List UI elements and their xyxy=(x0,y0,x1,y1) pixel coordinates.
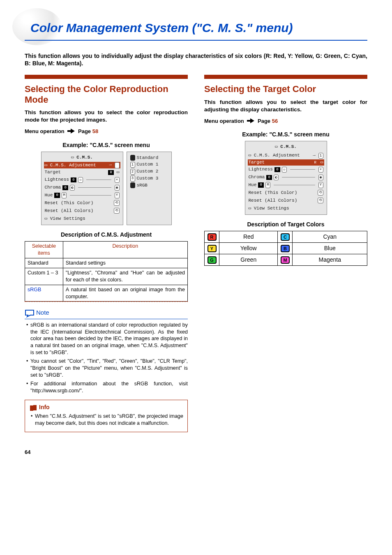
right-column: Selecting the Target Color This function… xyxy=(204,75,367,432)
osd-chroma-row: Chroma 0 ◐ ◉ xyxy=(45,184,120,191)
menu-operation-line: Menu operation Page 58 xyxy=(25,128,188,135)
left-desc: This function allows you to select the c… xyxy=(25,109,188,124)
note-item: You cannot set "Color", "Tint", "Red", "… xyxy=(26,358,188,379)
color-chip-y: Y xyxy=(208,245,217,252)
adjustment-table: Selectable items Description Standard St… xyxy=(25,241,188,302)
info-item: When "C.M.S. Adjustment" is set to "sRGB… xyxy=(31,413,183,427)
svg-rect-2 xyxy=(247,120,250,122)
color-chip-b: B xyxy=(281,245,290,252)
adj-table-h1: Selectable items xyxy=(25,242,63,258)
osd-target-row: Target R ▭ xyxy=(248,159,324,166)
osd-adjustment-row: ▭ C.M.S. Adjustment → 1 xyxy=(44,162,120,168)
menu-op-page-label: Page xyxy=(258,118,270,124)
color-label-red: Red xyxy=(219,231,278,243)
osd-adjustment-row: ▭ C.M.S. Adjustment → 1 xyxy=(249,152,323,159)
osd-main-menu: ▭ C.M.S. ▭ C.M.S. Adjustment → 1 Target … xyxy=(41,152,123,226)
adj-table-r3c1: sRGB xyxy=(25,285,63,302)
title-underline xyxy=(25,40,367,41)
menu-op-page-ref[interactable]: 58 xyxy=(92,128,98,134)
note-item: sRGB is an international standard of col… xyxy=(26,322,188,356)
target-table-title: Description of Target Colors xyxy=(204,221,367,228)
osd-target-row: Target R ▭ xyxy=(45,168,120,176)
osd-reset-all-row: Reset (All Colors)⟲ xyxy=(45,207,120,215)
color-chip-r: R xyxy=(208,233,217,241)
example-label: Example: "C.M.S." screen menu xyxy=(25,141,188,149)
info-icon xyxy=(29,405,37,410)
arrow-right-icon xyxy=(67,128,75,136)
color-chip-m: M xyxy=(281,256,290,264)
svg-marker-1 xyxy=(71,129,75,134)
osd-lightness-row: Lightness 0 ☼ ☀ xyxy=(249,166,323,173)
arrow-right-icon xyxy=(247,118,254,125)
osd-reset-this-row: Reset (This Color)⟲ xyxy=(249,189,323,197)
dotted-separator xyxy=(25,301,188,302)
table-row: R Red C Cyan xyxy=(205,231,367,243)
menu-operation-line: Menu operation Page 56 xyxy=(204,117,367,125)
section-bar xyxy=(25,75,188,79)
info-list: When "C.M.S. Adjustment" is set to "sRGB… xyxy=(29,413,183,427)
osd-reset-all-row: Reset (All Colors)⟲ xyxy=(249,197,323,205)
adj-table-r3c2: A natural tint based on an original imag… xyxy=(63,285,187,302)
osd-main-menu: ▭ C.M.S. ▭ C.M.S. Adjustment → 1 Target … xyxy=(245,141,327,215)
osd-option-custom1: 1Custom 1 xyxy=(130,161,168,168)
osd-lightness-row: Lightness 0 ☼ ☀ xyxy=(45,176,120,184)
right-heading: Selecting the Target Color xyxy=(204,84,367,94)
svg-marker-3 xyxy=(250,118,254,123)
osd-option-srgb: sRGB xyxy=(130,182,168,189)
section-bar xyxy=(204,75,367,79)
note-list: sRGB is an international standard of col… xyxy=(25,322,188,394)
osd-example-row: ▭ C.M.S. ▭ C.M.S. Adjustment → 1 Target … xyxy=(204,141,367,215)
page-number: 64 xyxy=(25,449,367,456)
osd-chroma-row: Chroma 0 ◐ ◉ xyxy=(249,173,323,181)
page-title: Color Management System ("C. M. S." menu… xyxy=(25,12,367,39)
color-label-cyan: Cyan xyxy=(293,231,367,243)
menu-op-label: Menu operation xyxy=(204,118,244,124)
right-desc: This function allows you to select the t… xyxy=(204,99,367,113)
menu-op-page-ref[interactable]: 56 xyxy=(272,118,278,124)
osd-view-settings-row: ▭ View Settings xyxy=(45,215,120,223)
note-icon xyxy=(25,309,34,317)
adj-table-r1c1: Standard xyxy=(25,258,63,268)
target-color-table: R Red C Cyan Y Yellow B Blue G Green M M… xyxy=(204,231,367,266)
note-heading: Note xyxy=(25,309,188,317)
left-column: Selecting the Color Reproduction Mode Th… xyxy=(25,75,188,432)
menu-op-label: Menu operation xyxy=(25,128,65,134)
color-chip-g: G xyxy=(208,256,217,264)
adj-table-r2c2: "Lightness", "Chroma" and "Hue" can be a… xyxy=(63,268,187,285)
color-label-green: Green xyxy=(219,254,278,266)
adj-table-h2: Description xyxy=(63,242,187,258)
note-item: For additional information about the sRG… xyxy=(26,380,188,394)
adj-table-r2c1: Custom 1 – 3 xyxy=(25,268,63,285)
info-box: Info When "C.M.S. Adjustment" is set to … xyxy=(25,400,188,432)
left-heading: Selecting the Color Reproduction Mode xyxy=(25,84,188,105)
note-underline xyxy=(25,319,188,319)
osd-example-row: ▭ C.M.S. ▭ C.M.S. Adjustment → 1 Target … xyxy=(25,152,188,226)
two-column-layout: Selecting the Color Reproduction Mode Th… xyxy=(25,75,367,432)
osd-hue-row: Hue 0 M Y xyxy=(45,191,120,199)
color-label-magenta: Magenta xyxy=(293,254,367,266)
osd-view-settings-row: ▭ View Settings xyxy=(249,205,323,212)
note-block: Note sRGB is an international standard o… xyxy=(25,309,188,394)
osd-option-standard: Standard xyxy=(130,154,168,161)
osd-title: ▭ C.M.S. xyxy=(45,154,120,161)
info-label: Info xyxy=(39,403,50,411)
color-label-blue: Blue xyxy=(293,243,367,254)
table-row: Y Yellow B Blue xyxy=(205,243,367,254)
intro-text: This function allows you to individually… xyxy=(25,52,367,68)
note-label: Note xyxy=(36,309,49,317)
color-label-yellow: Yellow xyxy=(219,243,278,254)
osd-options-menu: Standard 1Custom 1 2Custom 2 3Custom 3 s… xyxy=(127,152,172,226)
svg-rect-0 xyxy=(67,130,71,132)
table-row: G Green M Magenta xyxy=(205,254,367,266)
osd-option-custom2: 2Custom 2 xyxy=(130,168,168,175)
color-chip-c: C xyxy=(281,233,290,241)
page-title-block: Color Management System ("C. M. S." menu… xyxy=(25,12,367,41)
menu-op-page-label: Page xyxy=(78,128,91,134)
osd-title: ▭ C.M.S. xyxy=(249,144,323,150)
osd-option-custom3: 3Custom 3 xyxy=(130,175,168,182)
info-heading: Info xyxy=(29,403,183,411)
osd-reset-this-row: Reset (This Color)⟲ xyxy=(45,199,120,207)
adj-table-r1c2: Standard settings xyxy=(63,258,187,268)
example-label: Example: "C.M.S." screen menu xyxy=(204,131,367,138)
srgb-link[interactable]: sRGB xyxy=(28,287,41,292)
